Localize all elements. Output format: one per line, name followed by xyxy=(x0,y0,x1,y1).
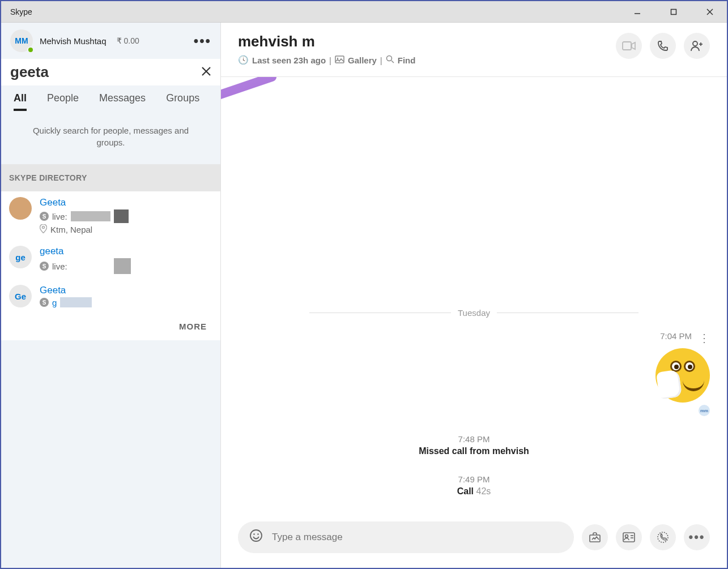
compose-box[interactable] xyxy=(238,521,574,553)
profile-avatar[interactable]: MM xyxy=(10,29,33,52)
redacted-text xyxy=(60,297,92,307)
result-avatar xyxy=(9,197,32,220)
svg-point-15 xyxy=(250,530,262,541)
app-title: Skype xyxy=(7,7,626,16)
call-time: 7:48 PM xyxy=(238,434,710,444)
svg-line-10 xyxy=(391,61,394,63)
call-text: Call 42s xyxy=(238,486,710,497)
chat-header: mehvish m 🕓 Last seen 23h ago | Gallery … xyxy=(221,23,727,70)
avatar-initials: MM xyxy=(15,36,28,45)
redacted-text xyxy=(71,211,110,221)
last-seen: Last seen 23h ago xyxy=(252,55,326,65)
contact-card-button[interactable] xyxy=(616,524,642,550)
result-name: Geeta xyxy=(40,285,212,296)
gallery-link[interactable]: Gallery xyxy=(348,55,377,65)
chat-panel: mehvish m 🕓 Last seen 23h ago | Gallery … xyxy=(221,23,727,568)
result-name: Geeta xyxy=(40,197,212,208)
svg-rect-19 xyxy=(623,533,635,542)
tab-people[interactable]: People xyxy=(47,92,79,111)
chat-subheader: 🕓 Last seen 23h ago | Gallery | Find xyxy=(238,55,415,65)
svg-point-17 xyxy=(257,533,259,535)
search-result[interactable]: ge geeta S live: xyxy=(1,240,220,279)
redacted-text xyxy=(114,209,129,223)
skype-icon: S xyxy=(40,212,49,221)
emoji-picker-button[interactable] xyxy=(249,529,263,546)
missed-call-text: Missed call from mehvish xyxy=(238,446,710,456)
search-tabs: All People Messages Groups xyxy=(1,85,220,111)
clock-icon: 🕓 xyxy=(238,55,249,65)
tab-groups[interactable]: Groups xyxy=(166,92,199,111)
wave-emoji xyxy=(655,348,710,403)
message-more-button[interactable]: ⋮ xyxy=(699,331,710,345)
video-call-button[interactable] xyxy=(616,33,642,59)
svg-point-16 xyxy=(253,533,255,535)
result-avatar: ge xyxy=(9,246,32,268)
search-hint: Quickly search for people, messages and … xyxy=(1,111,220,164)
attach-file-button[interactable] xyxy=(582,524,608,550)
gallery-icon xyxy=(335,55,344,65)
find-link[interactable]: Find xyxy=(398,55,416,65)
read-receipt-avatar: mm xyxy=(699,405,710,416)
svg-point-12 xyxy=(693,41,697,46)
search-result[interactable]: Geeta S live: Ktm, Nepal xyxy=(1,191,220,240)
svg-point-6 xyxy=(42,226,45,229)
more-menu-button[interactable]: ••• xyxy=(194,33,211,49)
call-time: 7:49 PM xyxy=(238,474,710,484)
svg-rect-11 xyxy=(623,42,631,50)
more-results-button[interactable]: MORE xyxy=(1,313,220,340)
find-icon xyxy=(386,55,394,65)
audio-call-button[interactable] xyxy=(650,33,676,59)
contact-name[interactable]: mehvish m xyxy=(238,33,415,50)
skype-icon: S xyxy=(40,298,49,307)
svg-point-20 xyxy=(625,535,628,538)
result-skype-id: S live: xyxy=(40,258,212,274)
search-bar xyxy=(1,59,220,85)
search-input[interactable] xyxy=(10,63,201,81)
date-label: Tuesday xyxy=(458,308,490,318)
date-divider: Tuesday xyxy=(238,308,710,318)
skype-icon: S xyxy=(40,262,49,271)
more-options-button[interactable]: ••• xyxy=(684,524,710,550)
profile-name: Mehvish Mushtaq xyxy=(40,36,107,46)
svg-rect-1 xyxy=(671,9,676,14)
annotation-arrow xyxy=(221,77,283,151)
search-result[interactable]: Ge Geeta S g xyxy=(1,279,220,313)
redacted-text xyxy=(114,258,131,274)
schedule-call-button[interactable] xyxy=(650,524,676,550)
close-button[interactable] xyxy=(699,3,721,20)
result-avatar: Ge xyxy=(9,285,32,307)
add-contact-button[interactable] xyxy=(684,33,710,59)
titlebar: Skype xyxy=(1,1,727,23)
result-skype-id: S g xyxy=(40,297,212,307)
minimize-button[interactable] xyxy=(626,3,649,20)
messages-area: Tuesday 7:04 PM ⋮ mm 7:4 xyxy=(221,77,727,512)
window-controls xyxy=(626,3,721,20)
result-skype-id: S live: xyxy=(40,209,212,223)
clear-search-button[interactable] xyxy=(201,65,212,80)
svg-point-8 xyxy=(337,57,338,58)
presence-icon xyxy=(27,46,34,53)
tab-all[interactable]: All xyxy=(14,92,27,111)
message-input[interactable] xyxy=(272,532,563,543)
credit-balance[interactable]: ₹ 0.00 xyxy=(117,36,139,45)
tab-messages[interactable]: Messages xyxy=(99,92,146,111)
maximize-button[interactable] xyxy=(662,3,685,20)
result-location: Ktm, Nepal xyxy=(40,224,212,235)
directory-header: SKYPE DIRECTORY xyxy=(1,164,220,191)
profile-row[interactable]: MM Mehvish Mushtaq ₹ 0.00 ••• xyxy=(1,23,220,59)
composer: ••• xyxy=(221,512,727,568)
location-pin-icon xyxy=(40,224,47,235)
svg-rect-7 xyxy=(335,56,344,63)
sidebar: MM Mehvish Mushtaq ₹ 0.00 ••• All People… xyxy=(1,23,221,568)
message-time: 7:04 PM xyxy=(660,331,692,341)
sidebar-empty xyxy=(1,340,220,568)
call-block: 7:49 PM Call 42s xyxy=(238,474,710,497)
missed-call-block: 7:48 PM Missed call from mehvish xyxy=(238,434,710,456)
svg-point-9 xyxy=(386,56,391,61)
result-name: geeta xyxy=(40,246,212,257)
